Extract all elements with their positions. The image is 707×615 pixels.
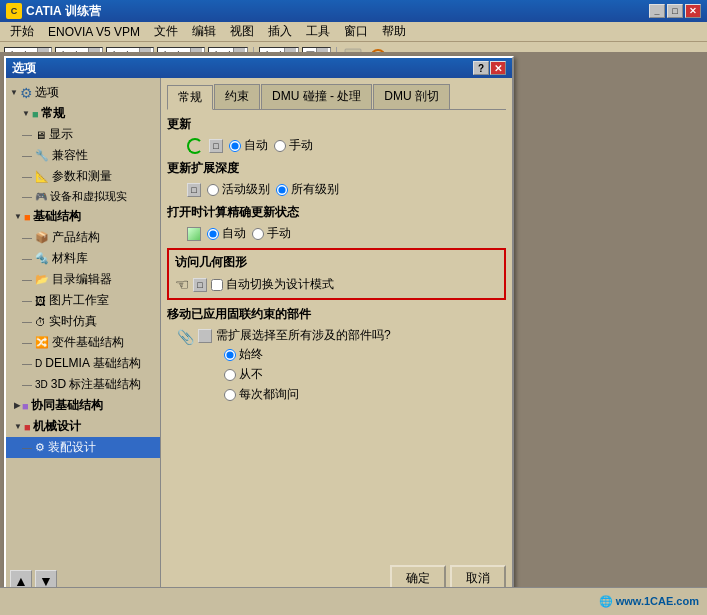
status-logo: 🌐 www.1CAE.com [599,595,699,608]
sidebar-item-devices-label: 设备和虚拟现实 [50,189,127,204]
expand-icon-3: □ [193,278,207,292]
collapse-icon: ▼ [10,88,18,97]
move-sub-label: 需扩展选择至所有涉及的部件吗? [216,327,391,344]
menu-insert[interactable]: 插入 [262,22,298,41]
sidebar-section-infra-label: 基础结构 [33,208,81,225]
sidebar-item-realtime-label: 实时仿真 [49,313,97,330]
delmia-icon: D [35,358,42,369]
infra-icon: ■ [24,211,31,223]
update-manual-radio[interactable] [274,140,286,152]
sidebar-item-material[interactable]: — 🔩 材料库 [6,248,160,269]
app-icon: C [6,3,22,19]
sidebar-item-catalog[interactable]: — 📂 目录编辑器 [6,269,160,290]
sidebar-item-assembly[interactable]: — ⚙ 装配设计 [6,437,160,458]
update-auto-radio[interactable] [229,140,241,152]
sidebar-item-compat-label: 兼容性 [52,147,88,164]
geometry-access-box: 访问几何图形 ☜ □ 自动切换为设计模式 [167,248,506,300]
sidebar-item-display[interactable]: — 🖥 显示 [6,124,160,145]
compute-manual-label[interactable]: 手动 [252,225,291,242]
tab-constraint[interactable]: 约束 [214,84,260,109]
menu-start[interactable]: 开始 [4,22,40,41]
update-auto-radio-label[interactable]: 自动 [229,137,268,154]
dash-6: — [22,253,32,264]
sidebar-item-params-label: 参数和测量 [52,168,112,185]
dialog-title-buttons: ? ✕ [473,61,506,75]
sidebar-item-product[interactable]: — 📦 产品结构 [6,227,160,248]
sidebar-section-general[interactable]: ▼ ■ 常规 [6,103,160,124]
3d-icon: 3D [35,379,48,390]
depth-active-radio[interactable] [207,184,219,196]
move-never-label[interactable]: 从不 [224,366,391,383]
sidebar-item-3d[interactable]: — 3D 3D 标注基础结构 [6,374,160,395]
catalog-icon: 📂 [35,273,49,286]
dialog-close-button[interactable]: ✕ [490,61,506,75]
update-auto-label: 自动 [244,137,268,154]
status-bar: 🌐 www.1CAE.com [0,587,707,615]
close-button[interactable]: ✕ [685,4,701,18]
menu-file[interactable]: 文件 [148,22,184,41]
sidebar-item-devices[interactable]: — 🎮 设备和虚拟现实 [6,187,160,206]
sidebar-root-icon: ⚙ [20,85,33,101]
move-always-radio[interactable] [224,349,236,361]
hand-icon: ☜ [175,275,189,294]
move-ask-radio[interactable] [224,389,236,401]
update-row: □ 自动 手动 [187,137,506,154]
sidebar-item-material-label: 材料库 [52,250,88,267]
sidebar-item-delmia[interactable]: — D DELMIA 基础结构 [6,353,160,374]
geometry-access-row: ☜ □ 自动切换为设计模式 [175,275,498,294]
update-manual-radio-label[interactable]: 手动 [274,137,313,154]
expand-icon-2: □ [187,183,201,197]
minimize-button[interactable]: _ [649,4,665,18]
move-ask-row: 每次都询问 [224,386,391,403]
sidebar-section-mech[interactable]: ▼ ■ 机械设计 [6,416,160,437]
menu-edit[interactable]: 编辑 [186,22,222,41]
depth-active-label[interactable]: 活动级别 [207,181,270,198]
dialog-help-button[interactable]: ? [473,61,489,75]
compute-auto-radio[interactable] [207,228,219,240]
move-never-radio[interactable] [224,369,236,381]
sidebar-root[interactable]: ▼ ⚙ 选项 [6,82,160,103]
dash-13: — [22,442,32,453]
auto-switch-checkbox-label[interactable]: 自动切换为设计模式 [211,276,334,293]
update-section-label: 更新 [167,116,506,133]
dialog-title-bar: 选项 ? ✕ [6,58,512,78]
sidebar-section-collab[interactable]: ▶ ■ 协同基础结构 [6,395,160,416]
depth-all-radio[interactable] [276,184,288,196]
sidebar-item-delmia-label: DELMIA 基础结构 [45,355,140,372]
sidebar-item-compat[interactable]: — 🔧 兼容性 [6,145,160,166]
compute-auto-label[interactable]: 自动 [207,225,246,242]
assembly-icon: ⚙ [35,441,45,454]
move-always-label[interactable]: 始终 [224,346,391,363]
sidebar-item-params[interactable]: — 📐 参数和测量 [6,166,160,187]
sidebar-item-photo-label: 图片工作室 [49,292,109,309]
maximize-button[interactable]: □ [667,4,683,18]
auto-switch-label: 自动切换为设计模式 [226,276,334,293]
depth-section-label: 更新扩展深度 [167,160,506,177]
sidebar-item-photo[interactable]: — 🖼 图片工作室 [6,290,160,311]
tab-dmu-collision[interactable]: DMU 碰撞 - 处理 [261,84,372,109]
depth-all-label[interactable]: 所有级别 [276,181,339,198]
sidebar-item-catalog-label: 目录编辑器 [52,271,112,288]
dash-11: — [22,358,32,369]
sidebar-section-mech-label: 机械设计 [33,418,81,435]
sidebar-item-variant[interactable]: — 🔀 变件基础结构 [6,332,160,353]
menu-help[interactable]: 帮助 [376,22,412,41]
mech-collapse-icon: ▼ [14,422,22,431]
compute-manual-text: 手动 [267,225,291,242]
auto-switch-checkbox[interactable] [211,279,223,291]
product-icon: 📦 [35,231,49,244]
menu-enovia[interactable]: ENOVIA V5 VPM [42,24,146,40]
sidebar-item-realtime[interactable]: — ⏱ 实时仿真 [6,311,160,332]
compute-manual-radio[interactable] [252,228,264,240]
menu-view[interactable]: 视图 [224,22,260,41]
tab-dmu-cut[interactable]: DMU 剖切 [373,84,450,109]
sidebar-section-infra[interactable]: ▼ ■ 基础结构 [6,206,160,227]
display-icon: 🖥 [35,129,46,141]
tab-general[interactable]: 常规 [167,85,213,110]
dash-icon-2: — [22,150,32,161]
move-ask-label[interactable]: 每次都询问 [224,386,391,403]
sidebar: ▼ ⚙ 选项 ▼ ■ 常规 — 🖥 显示 — 🔧 [6,78,161,598]
depth-row: □ 活动级别 所有级别 [187,181,506,198]
menu-window[interactable]: 窗口 [338,22,374,41]
menu-tools[interactable]: 工具 [300,22,336,41]
